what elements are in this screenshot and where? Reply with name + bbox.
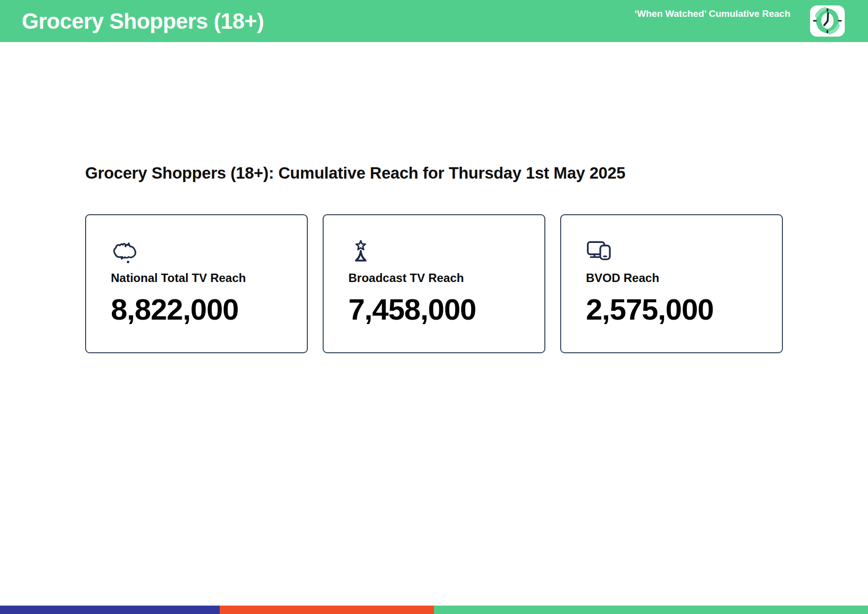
kpi-value: 8,822,000 — [111, 294, 292, 325]
kpi-cards: National Total TV Reach 8,822,000 Broadc… — [85, 214, 783, 353]
footer-stripe-green-segment — [434, 606, 868, 614]
header-subtitle: ‘When Watched’ Cumulative Reach — [634, 8, 790, 19]
broadcast-tower-icon — [348, 239, 530, 265]
clock-icon — [810, 5, 845, 37]
app-title: Grocery Shoppers (18+) — [22, 0, 264, 42]
page: Grocery Shoppers (18+) ‘When Watched’ Cu… — [0, 0, 868, 614]
kpi-card-bvod-reach: BVOD Reach 2,575,000 — [560, 214, 783, 353]
kpi-label: BVOD Reach — [586, 272, 767, 284]
kpi-value: 7,458,000 — [348, 294, 530, 325]
page-title: Grocery Shoppers (18+): Cumulative Reach… — [85, 164, 626, 183]
kpi-card-broadcast-tv-reach: Broadcast TV Reach 7,458,000 — [323, 214, 545, 353]
footer-stripe — [0, 606, 868, 614]
kpi-value: 2,575,000 — [586, 294, 767, 325]
footer-stripe-blue-segment — [0, 606, 220, 614]
australia-map-icon — [111, 239, 292, 265]
kpi-label: National Total TV Reach — [111, 272, 292, 284]
multi-device-icon — [586, 239, 767, 265]
clock-icon-graphic — [810, 5, 845, 37]
kpi-card-national-total-tv-reach: National Total TV Reach 8,822,000 — [85, 214, 308, 353]
header-right-group: ‘When Watched’ Cumulative Reach — [634, 0, 845, 42]
footer-stripe-orange-segment — [220, 606, 434, 614]
kpi-label: Broadcast TV Reach — [348, 272, 530, 284]
top-header-bar: Grocery Shoppers (18+) ‘When Watched’ Cu… — [0, 0, 868, 42]
